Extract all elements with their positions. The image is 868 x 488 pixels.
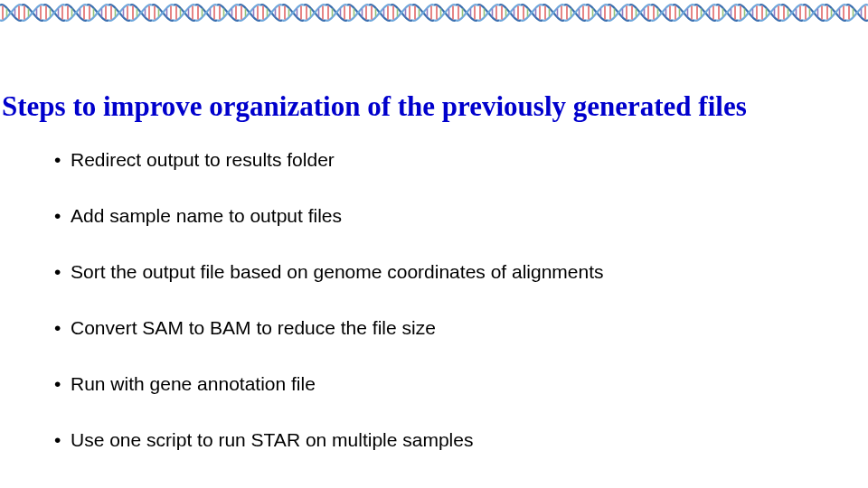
slide-title: Steps to improve organization of the pre…: [0, 90, 868, 123]
list-item: Convert SAM to BAM to reduce the file si…: [54, 317, 814, 339]
list-item: Redirect output to results folder: [54, 149, 814, 171]
slide: Steps to improve organization of the pre…: [0, 0, 868, 488]
bullet-list: Redirect output to results folder Add sa…: [54, 149, 814, 485]
list-item: Use one script to run STAR on multiple s…: [54, 429, 814, 451]
list-item: Sort the output file based on genome coo…: [54, 261, 814, 283]
dna-banner-decoration: [0, 0, 868, 25]
list-item: Add sample name to output files: [54, 205, 814, 227]
list-item: Run with gene annotation file: [54, 373, 814, 395]
